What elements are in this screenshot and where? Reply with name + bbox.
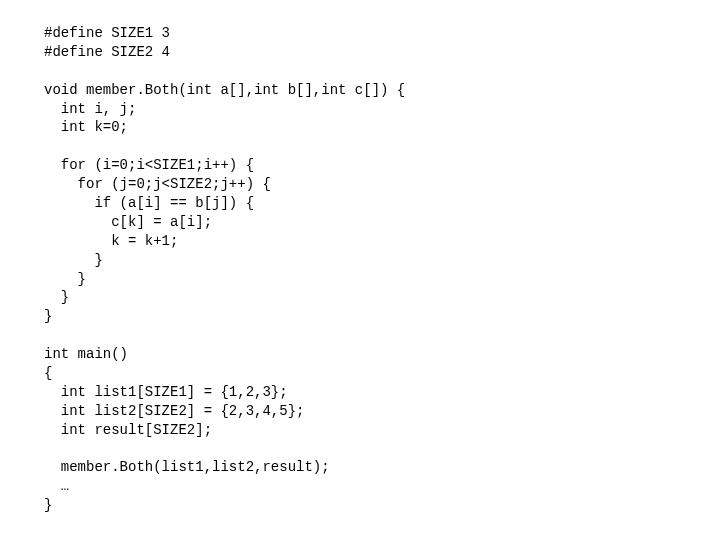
code-line: member.Both(list1,list2,result); [44,459,330,475]
code-line: } [44,289,69,305]
code-line: int k=0; [44,119,128,135]
code-line: int main() [44,346,128,362]
code-line: { [44,365,52,381]
code-line: } [44,308,52,324]
code-line: c[k] = a[i]; [44,214,212,230]
code-line: void member.Both(int a[],int b[],int c[]… [44,82,405,98]
code-line: #define SIZE2 4 [44,44,170,60]
code-line: for (i=0;i<SIZE1;i++) { [44,157,254,173]
code-line: int result[SIZE2]; [44,422,212,438]
code-line: k = k+1; [44,233,178,249]
code-line: … [44,478,69,494]
code-line: int list2[SIZE2] = {2,3,4,5}; [44,403,304,419]
code-line: int list1[SIZE1] = {1,2,3}; [44,384,288,400]
code-line: } [44,252,103,268]
code-line: } [44,271,86,287]
code-block: #define SIZE1 3 #define SIZE2 4 void mem… [0,0,720,515]
code-line: int i, j; [44,101,136,117]
code-line: for (j=0;j<SIZE2;j++) { [44,176,271,192]
code-line: #define SIZE1 3 [44,25,170,41]
code-line: if (a[i] == b[j]) { [44,195,254,211]
code-line: } [44,497,52,513]
